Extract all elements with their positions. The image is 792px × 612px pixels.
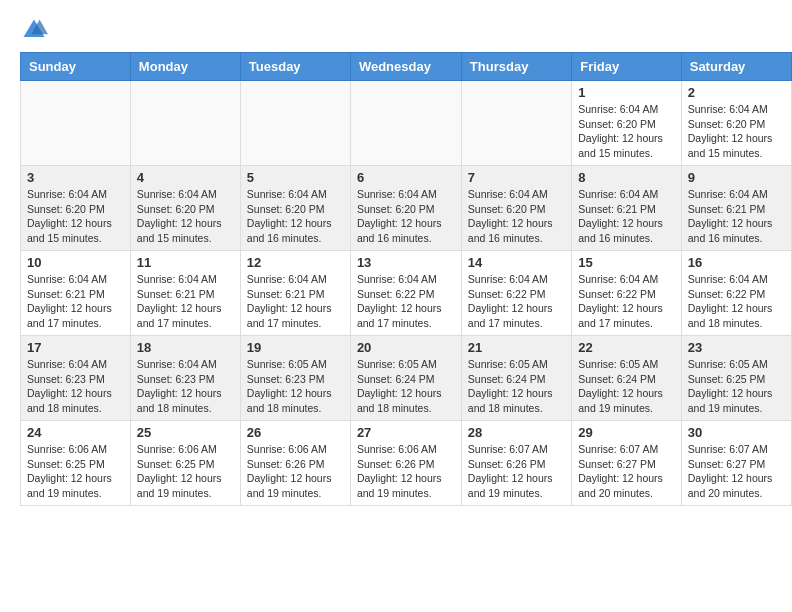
calendar-cell: 16Sunrise: 6:04 AM Sunset: 6:22 PM Dayli… xyxy=(681,251,791,336)
calendar-cell: 14Sunrise: 6:04 AM Sunset: 6:22 PM Dayli… xyxy=(461,251,571,336)
cell-info: Sunrise: 6:05 AM Sunset: 6:24 PM Dayligh… xyxy=(357,357,455,416)
day-number: 15 xyxy=(578,255,675,270)
calendar-week-3: 10Sunrise: 6:04 AM Sunset: 6:21 PM Dayli… xyxy=(21,251,792,336)
calendar-cell: 12Sunrise: 6:04 AM Sunset: 6:21 PM Dayli… xyxy=(240,251,350,336)
calendar-cell: 25Sunrise: 6:06 AM Sunset: 6:25 PM Dayli… xyxy=(130,421,240,506)
day-number: 12 xyxy=(247,255,344,270)
day-number: 3 xyxy=(27,170,124,185)
calendar-cell: 29Sunrise: 6:07 AM Sunset: 6:27 PM Dayli… xyxy=(572,421,682,506)
cell-info: Sunrise: 6:04 AM Sunset: 6:20 PM Dayligh… xyxy=(357,187,455,246)
calendar-cell: 30Sunrise: 6:07 AM Sunset: 6:27 PM Dayli… xyxy=(681,421,791,506)
cell-info: Sunrise: 6:06 AM Sunset: 6:26 PM Dayligh… xyxy=(247,442,344,501)
cell-info: Sunrise: 6:04 AM Sunset: 6:23 PM Dayligh… xyxy=(137,357,234,416)
cell-info: Sunrise: 6:04 AM Sunset: 6:20 PM Dayligh… xyxy=(137,187,234,246)
calendar-cell xyxy=(130,81,240,166)
cell-info: Sunrise: 6:04 AM Sunset: 6:21 PM Dayligh… xyxy=(137,272,234,331)
calendar-cell: 18Sunrise: 6:04 AM Sunset: 6:23 PM Dayli… xyxy=(130,336,240,421)
calendar-cell: 8Sunrise: 6:04 AM Sunset: 6:21 PM Daylig… xyxy=(572,166,682,251)
day-number: 1 xyxy=(578,85,675,100)
cell-info: Sunrise: 6:04 AM Sunset: 6:22 PM Dayligh… xyxy=(688,272,785,331)
day-number: 19 xyxy=(247,340,344,355)
cell-info: Sunrise: 6:07 AM Sunset: 6:27 PM Dayligh… xyxy=(578,442,675,501)
day-number: 23 xyxy=(688,340,785,355)
calendar-cell: 27Sunrise: 6:06 AM Sunset: 6:26 PM Dayli… xyxy=(350,421,461,506)
calendar-cell: 15Sunrise: 6:04 AM Sunset: 6:22 PM Dayli… xyxy=(572,251,682,336)
day-number: 6 xyxy=(357,170,455,185)
calendar-table: SundayMondayTuesdayWednesdayThursdayFrid… xyxy=(20,52,792,506)
calendar-cell: 26Sunrise: 6:06 AM Sunset: 6:26 PM Dayli… xyxy=(240,421,350,506)
cell-info: Sunrise: 6:04 AM Sunset: 6:21 PM Dayligh… xyxy=(578,187,675,246)
day-number: 4 xyxy=(137,170,234,185)
day-header-tuesday: Tuesday xyxy=(240,53,350,81)
cell-info: Sunrise: 6:04 AM Sunset: 6:21 PM Dayligh… xyxy=(247,272,344,331)
calendar-cell: 6Sunrise: 6:04 AM Sunset: 6:20 PM Daylig… xyxy=(350,166,461,251)
day-number: 20 xyxy=(357,340,455,355)
day-number: 22 xyxy=(578,340,675,355)
calendar-week-5: 24Sunrise: 6:06 AM Sunset: 6:25 PM Dayli… xyxy=(21,421,792,506)
calendar-cell: 7Sunrise: 6:04 AM Sunset: 6:20 PM Daylig… xyxy=(461,166,571,251)
calendar-cell: 2Sunrise: 6:04 AM Sunset: 6:20 PM Daylig… xyxy=(681,81,791,166)
day-number: 17 xyxy=(27,340,124,355)
logo xyxy=(20,16,52,44)
logo-icon xyxy=(20,16,48,44)
cell-info: Sunrise: 6:05 AM Sunset: 6:24 PM Dayligh… xyxy=(578,357,675,416)
calendar-cell: 4Sunrise: 6:04 AM Sunset: 6:20 PM Daylig… xyxy=(130,166,240,251)
day-header-monday: Monday xyxy=(130,53,240,81)
day-number: 26 xyxy=(247,425,344,440)
cell-info: Sunrise: 6:04 AM Sunset: 6:22 PM Dayligh… xyxy=(357,272,455,331)
day-number: 9 xyxy=(688,170,785,185)
calendar-cell: 10Sunrise: 6:04 AM Sunset: 6:21 PM Dayli… xyxy=(21,251,131,336)
calendar-week-4: 17Sunrise: 6:04 AM Sunset: 6:23 PM Dayli… xyxy=(21,336,792,421)
day-number: 10 xyxy=(27,255,124,270)
cell-info: Sunrise: 6:06 AM Sunset: 6:25 PM Dayligh… xyxy=(27,442,124,501)
day-number: 13 xyxy=(357,255,455,270)
day-header-thursday: Thursday xyxy=(461,53,571,81)
day-number: 29 xyxy=(578,425,675,440)
calendar-cell: 5Sunrise: 6:04 AM Sunset: 6:20 PM Daylig… xyxy=(240,166,350,251)
cell-info: Sunrise: 6:04 AM Sunset: 6:21 PM Dayligh… xyxy=(688,187,785,246)
day-header-wednesday: Wednesday xyxy=(350,53,461,81)
calendar-cell: 9Sunrise: 6:04 AM Sunset: 6:21 PM Daylig… xyxy=(681,166,791,251)
day-number: 16 xyxy=(688,255,785,270)
cell-info: Sunrise: 6:05 AM Sunset: 6:24 PM Dayligh… xyxy=(468,357,565,416)
day-number: 7 xyxy=(468,170,565,185)
cell-info: Sunrise: 6:04 AM Sunset: 6:20 PM Dayligh… xyxy=(578,102,675,161)
calendar-cell: 13Sunrise: 6:04 AM Sunset: 6:22 PM Dayli… xyxy=(350,251,461,336)
calendar-cell: 21Sunrise: 6:05 AM Sunset: 6:24 PM Dayli… xyxy=(461,336,571,421)
calendar-week-2: 3Sunrise: 6:04 AM Sunset: 6:20 PM Daylig… xyxy=(21,166,792,251)
calendar-cell: 19Sunrise: 6:05 AM Sunset: 6:23 PM Dayli… xyxy=(240,336,350,421)
day-number: 24 xyxy=(27,425,124,440)
calendar-cell: 22Sunrise: 6:05 AM Sunset: 6:24 PM Dayli… xyxy=(572,336,682,421)
day-number: 27 xyxy=(357,425,455,440)
cell-info: Sunrise: 6:04 AM Sunset: 6:21 PM Dayligh… xyxy=(27,272,124,331)
cell-info: Sunrise: 6:04 AM Sunset: 6:20 PM Dayligh… xyxy=(468,187,565,246)
calendar-cell: 3Sunrise: 6:04 AM Sunset: 6:20 PM Daylig… xyxy=(21,166,131,251)
calendar-cell xyxy=(350,81,461,166)
cell-info: Sunrise: 6:04 AM Sunset: 6:20 PM Dayligh… xyxy=(688,102,785,161)
calendar-cell: 28Sunrise: 6:07 AM Sunset: 6:26 PM Dayli… xyxy=(461,421,571,506)
calendar-week-1: 1Sunrise: 6:04 AM Sunset: 6:20 PM Daylig… xyxy=(21,81,792,166)
day-header-saturday: Saturday xyxy=(681,53,791,81)
cell-info: Sunrise: 6:07 AM Sunset: 6:26 PM Dayligh… xyxy=(468,442,565,501)
cell-info: Sunrise: 6:05 AM Sunset: 6:25 PM Dayligh… xyxy=(688,357,785,416)
day-header-sunday: Sunday xyxy=(21,53,131,81)
day-number: 8 xyxy=(578,170,675,185)
day-number: 2 xyxy=(688,85,785,100)
page-header xyxy=(0,0,792,52)
calendar-cell xyxy=(240,81,350,166)
day-number: 5 xyxy=(247,170,344,185)
day-number: 11 xyxy=(137,255,234,270)
cell-info: Sunrise: 6:04 AM Sunset: 6:20 PM Dayligh… xyxy=(247,187,344,246)
calendar-cell: 1Sunrise: 6:04 AM Sunset: 6:20 PM Daylig… xyxy=(572,81,682,166)
cell-info: Sunrise: 6:04 AM Sunset: 6:22 PM Dayligh… xyxy=(468,272,565,331)
day-number: 28 xyxy=(468,425,565,440)
calendar-cell: 17Sunrise: 6:04 AM Sunset: 6:23 PM Dayli… xyxy=(21,336,131,421)
calendar-cell xyxy=(461,81,571,166)
cell-info: Sunrise: 6:04 AM Sunset: 6:23 PM Dayligh… xyxy=(27,357,124,416)
calendar-cell: 20Sunrise: 6:05 AM Sunset: 6:24 PM Dayli… xyxy=(350,336,461,421)
cell-info: Sunrise: 6:04 AM Sunset: 6:22 PM Dayligh… xyxy=(578,272,675,331)
day-header-friday: Friday xyxy=(572,53,682,81)
cell-info: Sunrise: 6:07 AM Sunset: 6:27 PM Dayligh… xyxy=(688,442,785,501)
calendar-cell: 23Sunrise: 6:05 AM Sunset: 6:25 PM Dayli… xyxy=(681,336,791,421)
day-number: 21 xyxy=(468,340,565,355)
